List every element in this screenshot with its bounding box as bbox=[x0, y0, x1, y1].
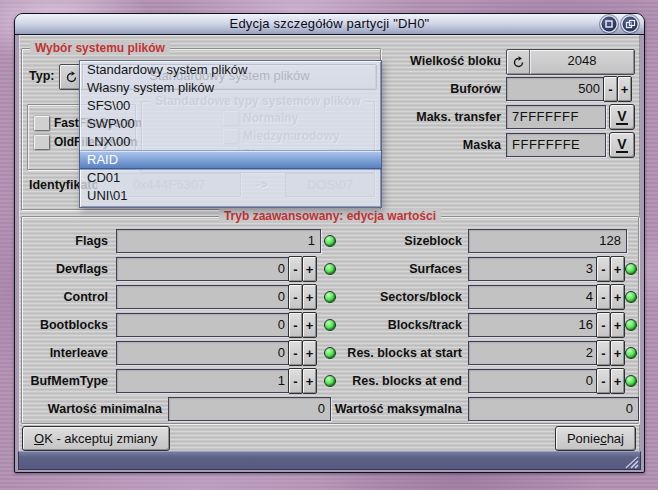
resblocksstart-field[interactable]: 2 bbox=[468, 341, 599, 365]
bootblocks-plus-button[interactable]: + bbox=[302, 312, 317, 338]
popup-select-icon: V bbox=[616, 110, 627, 125]
bootblocks-label: Bootblocks bbox=[26, 318, 108, 332]
surfaces-minus-button[interactable]: - bbox=[596, 256, 611, 282]
min-value-label: Wartość minimalna bbox=[38, 402, 162, 416]
blockstrack-minus-button[interactable]: - bbox=[596, 312, 611, 338]
zoom-gadget-icon[interactable] bbox=[600, 15, 618, 33]
mask-popup-button[interactable]: V bbox=[609, 132, 635, 158]
buffers-plus-button[interactable]: + bbox=[617, 76, 632, 102]
resblocksend-field[interactable]: 0 bbox=[468, 369, 599, 393]
dropdown-item-sfs[interactable]: SFS\00 bbox=[80, 97, 381, 115]
ok-button-label: K - akceptuj zmiany bbox=[44, 431, 157, 446]
window-title: Edycja szczegółów partycji "DH0" bbox=[15, 14, 644, 34]
partition-edit-window: Edycja szczegółów partycji "DH0" Wybór s… bbox=[14, 13, 645, 473]
maxtransfer-popup-button[interactable]: V bbox=[609, 104, 635, 130]
min-value-field[interactable]: 0 bbox=[168, 397, 331, 421]
bufmemtype-plus-button[interactable]: + bbox=[302, 368, 317, 394]
cancel-button-label: Ponie bbox=[567, 431, 600, 446]
sizeblock-label: Sizeblock bbox=[332, 234, 462, 248]
bufmemtype-field[interactable]: 1 bbox=[116, 369, 291, 393]
sectorsblock-field[interactable]: 4 bbox=[468, 285, 599, 309]
control-minus-button[interactable]: - bbox=[288, 284, 303, 310]
flags-label: Flags bbox=[26, 234, 108, 248]
oldfilesystem-checkbox[interactable] bbox=[34, 135, 50, 150]
surfaces-field[interactable]: 3 bbox=[468, 257, 599, 281]
blocksize-cycle[interactable]: 2048 bbox=[506, 49, 635, 75]
maxtransfer-field[interactable]: 7FFFFFFF bbox=[506, 105, 606, 129]
resblocksstart-led bbox=[625, 347, 637, 359]
blockstrack-plus-button[interactable]: + bbox=[610, 312, 625, 338]
buffers-minus-button[interactable]: - bbox=[603, 76, 618, 102]
blockstrack-label: Blocks/track bbox=[332, 318, 462, 332]
control-plus-button[interactable]: + bbox=[302, 284, 317, 310]
bootblocks-field[interactable]: 0 bbox=[116, 313, 291, 337]
type-label: Typ: bbox=[29, 69, 54, 83]
popup-select-icon: V bbox=[616, 138, 627, 153]
window-bottom-bar bbox=[18, 451, 641, 470]
sectorsblock-label: Sectors/block bbox=[332, 290, 462, 304]
advanced-group-title: Tryb zaawansowany: edycja wartości bbox=[219, 209, 441, 223]
bootblocks-minus-button[interactable]: - bbox=[288, 312, 303, 338]
cancel-button[interactable]: Poniechaj bbox=[555, 426, 636, 451]
dropdown-item-swp[interactable]: SWP\00 bbox=[80, 115, 381, 133]
bufmemtype-label: BufMemType bbox=[26, 374, 108, 388]
interleave-field[interactable]: 0 bbox=[116, 341, 291, 365]
resblocksend-plus-button[interactable]: + bbox=[610, 368, 625, 394]
resblocksstart-minus-button[interactable]: - bbox=[596, 340, 611, 366]
dropdown-item-cd01[interactable]: CD01 bbox=[80, 169, 381, 187]
dropdown-item-raid-selected[interactable]: RAID bbox=[80, 151, 381, 169]
devflags-field[interactable]: 0 bbox=[116, 257, 291, 281]
sizeblock-field[interactable]: 128 bbox=[468, 229, 627, 253]
surfaces-plus-button[interactable]: + bbox=[610, 256, 625, 282]
dropdown-item-standard[interactable]: Standardowy system plików bbox=[80, 61, 381, 79]
ok-button[interactable]: OK - akceptuj zmiany bbox=[22, 426, 170, 451]
filesystem-dropdown: Standardowy system plików Własny system … bbox=[79, 60, 382, 208]
devflags-minus-button[interactable]: - bbox=[288, 256, 303, 282]
advanced-group: Tryb zaawansowany: edycja wartości Flags… bbox=[21, 216, 639, 424]
resblocksend-label: Res. blocks at end bbox=[332, 374, 462, 388]
devflags-label: Devflags bbox=[26, 262, 108, 276]
resize-grip-icon[interactable] bbox=[624, 455, 639, 468]
surfaces-label: Surfaces bbox=[332, 262, 462, 276]
bufmemtype-minus-button[interactable]: - bbox=[288, 368, 303, 394]
cancel-button-label: haj bbox=[607, 431, 624, 446]
flags-field[interactable]: 1 bbox=[116, 229, 321, 253]
resblocksstart-plus-button[interactable]: + bbox=[610, 340, 625, 366]
resblocksend-minus-button[interactable]: - bbox=[596, 368, 611, 394]
cycle-icon bbox=[507, 50, 530, 74]
blockstrack-field[interactable]: 16 bbox=[468, 313, 599, 337]
ok-button-accel: O bbox=[34, 431, 44, 446]
resblocksend-led bbox=[625, 375, 637, 387]
buffers-field[interactable]: 500 bbox=[506, 77, 606, 101]
max-value-label: Wartość maksymalna bbox=[332, 402, 462, 416]
dropdown-item-uni[interactable]: UNI\01 bbox=[80, 187, 381, 205]
interleave-minus-button[interactable]: - bbox=[288, 340, 303, 366]
max-value-field[interactable]: 0 bbox=[468, 397, 639, 421]
resblocksstart-label: Res. blocks at start bbox=[332, 346, 462, 360]
blockstrack-led bbox=[625, 319, 637, 331]
window-content: Wybór systemu plików Typ: Standardowy sy… bbox=[19, 35, 640, 451]
dropdown-item-custom[interactable]: Własny system plików bbox=[80, 79, 381, 97]
titlebar[interactable]: Edycja szczegółów partycji "DH0" bbox=[15, 14, 644, 35]
devflags-plus-button[interactable]: + bbox=[302, 256, 317, 282]
fastfilesystem-checkbox[interactable] bbox=[34, 116, 50, 131]
filesystem-group-title: Wybór systemu plików bbox=[30, 41, 170, 55]
surfaces-led bbox=[625, 263, 637, 275]
sectorsblock-plus-button[interactable]: + bbox=[610, 284, 625, 310]
control-field[interactable]: 0 bbox=[116, 285, 291, 309]
mask-field[interactable]: FFFFFFFE bbox=[506, 133, 606, 157]
control-label: Control bbox=[26, 290, 108, 304]
sectorsblock-minus-button[interactable]: - bbox=[596, 284, 611, 310]
dropdown-item-lnx[interactable]: LNX\00 bbox=[80, 133, 381, 151]
sectorsblock-led bbox=[625, 291, 637, 303]
interleave-label: Interleave bbox=[26, 346, 108, 360]
interleave-plus-button[interactable]: + bbox=[302, 340, 317, 366]
blocksize-value: 2048 bbox=[530, 50, 634, 74]
depth-gadget-icon[interactable] bbox=[621, 15, 639, 33]
